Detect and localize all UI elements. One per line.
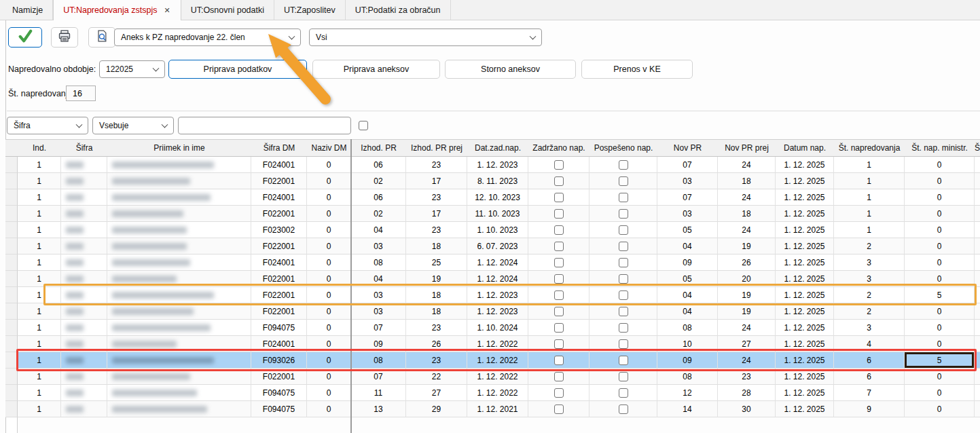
cell-st_napredovanja: 1 <box>834 157 905 173</box>
cell-datum_nap: 1. 12. 2025 <box>776 238 834 255</box>
column-header-izhod_pr_prej[interactable]: Izhod. PR prej <box>406 140 467 156</box>
priprava-podatkov-button[interactable]: Priprava podatkov <box>168 60 307 79</box>
filter-field-select[interactable]: Šifra <box>7 117 88 134</box>
column-header-datum_nap[interactable]: Datum nap. <box>776 140 834 156</box>
pospeseno_nap-checkbox[interactable] <box>619 160 628 170</box>
filter-query-input[interactable] <box>178 117 351 134</box>
table-row[interactable]: 1F024001006231. 12. 202307241. 12. 20251… <box>5 157 980 173</box>
cell-priimek <box>107 401 251 417</box>
pospeseno_nap-checkbox[interactable] <box>619 209 628 219</box>
pospeseno_nap-checkbox[interactable] <box>619 290 628 300</box>
column-header-priimek[interactable]: Priimek in ime <box>107 140 251 156</box>
confirm-button[interactable] <box>8 27 42 48</box>
pospeseno_nap-checkbox[interactable] <box>619 388 628 398</box>
pospeseno_nap-checkbox[interactable] <box>619 307 628 316</box>
cell-partial <box>975 401 980 417</box>
table-row[interactable]: 1F024001008251. 12. 202409261. 12. 20253… <box>5 255 980 271</box>
priprava-aneksov-button[interactable]: Priprava aneksov <box>312 60 440 79</box>
zadrzano_nap-checkbox[interactable] <box>554 160 564 170</box>
print-button[interactable] <box>51 27 78 48</box>
table-row[interactable]: 1F022001003186. 07. 202304191. 12. 20252… <box>5 238 980 255</box>
table-row[interactable]: 1F022001007221. 12. 202208231. 12. 20256… <box>5 369 980 385</box>
zadrzano_nap-checkbox[interactable] <box>554 388 564 398</box>
pospeseno_nap-checkbox[interactable] <box>619 242 628 251</box>
table-row[interactable]: 1F093026008231. 12. 202209241. 12. 20256… <box>5 352 980 369</box>
cell-sel <box>5 336 18 352</box>
table-row[interactable]: 1F023002004231. 10. 202305241. 12. 20251… <box>5 222 980 238</box>
cell-zadrzano_nap <box>528 336 589 352</box>
frozen-pane-splitter[interactable] <box>350 139 352 433</box>
table-row[interactable]: 1F094075007231. 10. 202408241. 12. 20253… <box>5 320 980 336</box>
pospeseno_nap-checkbox[interactable] <box>619 225 628 235</box>
document-type-select[interactable]: Aneks k PZ napredovanje 22. člen <box>114 29 301 46</box>
preview-button[interactable] <box>88 27 115 48</box>
zadrzano_nap-checkbox[interactable] <box>554 209 564 219</box>
cell-pospeseno_nap <box>589 157 657 173</box>
table-row[interactable]: 1F0220010021711. 10. 202303181. 12. 2025… <box>5 206 980 222</box>
column-header-dat_zad_nap[interactable]: Dat.zad.nap. <box>467 140 528 156</box>
zadrzano_nap-checkbox[interactable] <box>554 225 564 235</box>
zadrzano_nap-checkbox[interactable] <box>554 404 564 414</box>
scope-select[interactable]: Vsi <box>309 29 542 46</box>
pospeseno_nap-checkbox[interactable] <box>619 404 628 414</box>
table-row[interactable]: 1F094075011271. 12. 202212281. 12. 20257… <box>5 385 980 401</box>
column-header-pospeseno_nap[interactable]: Pospešeno nap. <box>589 140 657 156</box>
table-row[interactable]: 1F022001002178. 11. 202303181. 12. 20251… <box>5 173 980 189</box>
zadrzano_nap-checkbox[interactable] <box>554 242 564 251</box>
column-header-st_nap_ministr[interactable]: Št. nap. ministr. <box>905 140 975 156</box>
zadrzano_nap-checkbox[interactable] <box>554 258 564 267</box>
cell-izhod_pr: 04 <box>351 222 406 238</box>
table-row[interactable]: 1F094075013291. 12. 202114301. 12. 20259… <box>5 401 980 417</box>
pospeseno_nap-checkbox[interactable] <box>619 323 628 333</box>
cell-pospeseno_nap <box>589 401 657 417</box>
column-header-nov_pr_prej[interactable]: Nov PR prej <box>718 140 776 156</box>
filter-operator-select[interactable]: Vsebuje <box>92 117 174 134</box>
tab-ut-zaposlitev[interactable]: UT:Zaposlitev <box>274 0 346 20</box>
table-row[interactable]: 1F0240010062312. 10. 202307241. 12. 2025… <box>5 189 980 206</box>
storno-aneksov-button[interactable]: Storno aneksov <box>445 60 576 79</box>
cell-sifra <box>61 255 107 271</box>
cell-st_nap_ministr: 0 <box>905 238 975 255</box>
pospeseno_nap-checkbox[interactable] <box>619 258 628 267</box>
tab-close-icon[interactable]: ✕ <box>163 6 170 15</box>
redacted-priimek <box>112 162 214 168</box>
table-row[interactable]: 1F022001004191. 12. 202405201. 12. 20253… <box>5 271 980 287</box>
zadrzano_nap-checkbox[interactable] <box>554 290 564 300</box>
zadrzano_nap-checkbox[interactable] <box>554 193 564 202</box>
chevron-down-icon <box>153 65 160 72</box>
pospeseno_nap-checkbox[interactable] <box>619 193 628 202</box>
table-row[interactable]: 1F024001009261. 12. 202210271. 12. 20254… <box>5 336 980 352</box>
zadrzano_nap-checkbox[interactable] <box>554 274 564 284</box>
column-header-ind[interactable]: Ind. <box>18 140 61 156</box>
pospeseno_nap-checkbox[interactable] <box>619 339 628 349</box>
zadrzano_nap-checkbox[interactable] <box>554 372 564 381</box>
filter-checkbox[interactable] <box>359 121 368 130</box>
tab-namizje[interactable]: Namizje <box>3 0 53 20</box>
pospeseno_nap-checkbox[interactable] <box>619 356 628 365</box>
tab-ut-osnovni-podatki[interactable]: UT:Osnovni podatki <box>181 0 274 20</box>
zadrzano_nap-checkbox[interactable] <box>554 176 564 186</box>
column-header-sifra[interactable]: Šifra <box>61 140 107 156</box>
column-header-naziv_dm[interactable]: Naziv DM <box>307 140 351 156</box>
column-header-sel[interactable] <box>5 140 18 156</box>
table-row[interactable]: 1F022001003181. 12. 202304191. 12. 20252… <box>5 287 980 303</box>
tab-ut-napredovanja-zstspjs[interactable]: UT:Napredovanja zstspjs✕ <box>53 0 181 20</box>
tab-ut-podatki-za-obra-un[interactable]: UT:Podatki za obračun <box>346 0 451 20</box>
filter-operator-value: Vsebuje <box>99 121 128 130</box>
column-header-izhod_pr[interactable]: Izhod. PR <box>351 140 406 156</box>
pospeseno_nap-checkbox[interactable] <box>619 274 628 284</box>
pospeseno_nap-checkbox[interactable] <box>619 372 628 381</box>
period-select[interactable]: 122025 <box>99 60 165 78</box>
zadrzano_nap-checkbox[interactable] <box>554 339 564 349</box>
zadrzano_nap-checkbox[interactable] <box>554 307 564 316</box>
zadrzano_nap-checkbox[interactable] <box>554 323 564 333</box>
pospeseno_nap-checkbox[interactable] <box>619 176 628 186</box>
column-header-st_napredovanja[interactable]: Št. napredovanja <box>834 140 905 156</box>
table-row[interactable]: 1F022001003181. 12. 202304191. 12. 20252… <box>5 303 980 320</box>
column-header-nov_pr[interactable]: Nov PR <box>657 140 718 156</box>
column-header-sifra_dm[interactable]: Šifra DM <box>251 140 307 156</box>
column-header-zadrzano_nap[interactable]: Zadržano nap. <box>528 140 589 156</box>
column-header-partial[interactable]: Š <box>975 140 980 156</box>
prenos-v-ke-button[interactable]: Prenos v KE <box>581 60 693 79</box>
zadrzano_nap-checkbox[interactable] <box>554 356 564 365</box>
